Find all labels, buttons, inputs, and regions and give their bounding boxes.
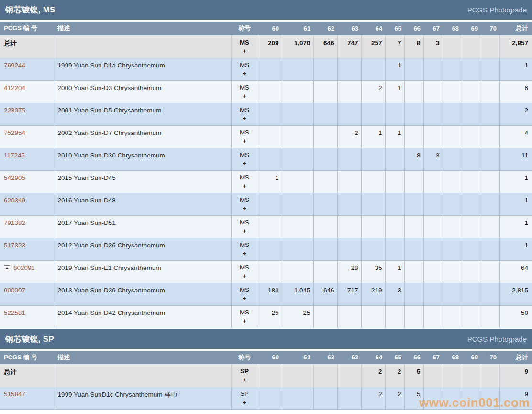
table-row: 7913822017 Yuan Sun-D51MS+1 [0,215,532,238]
photograde-link[interactable]: PCGS Photograde [467,6,527,14]
grade-65-count: 1 [385,125,404,148]
pcgs-number-link[interactable]: 802091 [13,264,35,271]
designation-plus: + [234,249,255,258]
table-head: PCGS 编 号描述称号6061626364656667686970总计 [0,351,532,365]
col-header-grade-70: 70 [481,22,499,35]
photograde-link[interactable]: PCGS Photograde [467,335,527,343]
col-header-grade-61: 61 [282,351,313,365]
pcgs-number-cell: 791382 [0,215,54,238]
table-row: 1172452010 Yuan Sun-D30 ChrysanthemumMS+… [0,148,532,170]
row-total: 1 [499,58,532,80]
grade-68-count [443,283,462,305]
pcgs-number-link[interactable]: 900007 [4,287,25,294]
grade-62-count [313,170,337,193]
grade-70-count [481,125,499,148]
col-header-grade-65: 65 [385,22,404,35]
designation-label: MS [234,218,255,227]
grade-69-count [462,148,481,170]
pcgs-number-link[interactable]: 752954 [4,129,25,136]
grade-60-count [258,148,282,170]
coin-description: 2019 Yuan Sun-E1 Chrysanthemum [54,260,231,283]
grade-70-count [481,35,499,58]
table-head: PCGS 编 号描述称号6061626364656667686970总计 [0,22,532,35]
table-row: 2230752001 Yuan Sun-D5 ChrysanthemumMS+2 [0,103,532,125]
grade-66-count [404,305,423,328]
grade-63-count [337,215,361,238]
grade-68-count [443,387,462,410]
designation-label: MS [234,83,255,92]
grade-64-count [361,215,385,238]
grade-60-count [258,193,282,215]
grade-62-count [313,193,337,215]
table-row: 7692441999 Yuan Sun-D1a ChrysanthemumMS+… [0,58,532,80]
col-header-grade-64: 64 [361,351,385,365]
grade-65-count: 2 [385,387,404,410]
designation: MS+ [231,260,258,283]
pcgs-number-link[interactable]: 522581 [4,309,25,316]
designation: MS+ [231,170,258,193]
column-header-row: PCGS 编 号描述称号6061626364656667686970总计 [0,351,532,365]
pcgs-number-link[interactable]: 620349 [4,197,25,204]
designation-plus: + [234,376,255,384]
table-row: 7529542002 Yuan Sun-D7 ChrysanthemumMS+2… [0,125,532,148]
designation-plus: + [234,398,255,407]
grade-65-count [385,215,404,238]
designation-label: MS [234,173,255,182]
coin-description: 2001 Yuan Sun-D5 Chrysanthemum [54,103,231,125]
grade-61-count [282,387,313,410]
col-header-grade-62: 62 [313,22,337,35]
coin-description: 2014 Yuan Sun-D42 Chrysanthemum [54,305,231,328]
row-total: 6 [499,80,532,103]
section-header: 钢芯镀镍, SP PCGS Photograde [0,329,532,351]
pcgs-number-cell: 900007 [0,283,54,305]
grade-63-count [337,58,361,80]
pcgs-number-link[interactable]: 223075 [4,107,25,114]
coin-description: 1999 Yuan Sun-D1a Chrysanthemum [54,58,231,80]
grade-67-count [423,238,443,260]
pcgs-number-link[interactable]: 412204 [4,84,25,91]
col-header-grade-60: 60 [258,351,282,365]
designation: MS+ [231,148,258,170]
grade-60-count [258,387,282,410]
pcgs-number-link[interactable]: 517323 [4,242,25,249]
grade-60-count [258,58,282,80]
designation-label: SP [234,390,255,398]
grade-64-count [361,170,385,193]
col-header-grade-69: 69 [462,22,481,35]
grade-62-count: 646 [313,283,337,305]
designation: MS+ [231,238,258,260]
column-header-row: PCGS 编 号描述称号6061626364656667686970总计 [0,22,532,35]
designation-label: MS [234,106,255,114]
designation-plus: + [234,272,255,280]
grade-63-count: 717 [337,283,361,305]
grade-67-count: 3 [423,148,443,170]
pcgs-number-link[interactable]: 791382 [4,219,25,226]
grade-64-count [361,193,385,215]
grade-62-count [313,387,337,410]
table-row: +8020912019 Yuan Sun-E1 ChrysanthemumMS+… [0,260,532,283]
row-total: 2,815 [499,283,532,305]
grade-69-count [462,58,481,80]
grade-61-count: 25 [282,305,313,328]
pcgs-number-link[interactable]: 769244 [4,62,25,69]
table-row: 9000072013 Yuan Sun-D39 ChrysanthemumMS+… [0,283,532,305]
population-table: PCGS 编 号描述称号6061626364656667686970总计 总计M… [0,22,532,328]
grade-69-count [462,170,481,193]
grade-65-count: 3 [385,283,404,305]
section-title: 钢芯镀镍, SP [5,334,54,345]
grade-63-count [337,387,361,410]
pcgs-number-link[interactable]: 117245 [4,152,25,159]
grade-64-count: 219 [361,283,385,305]
population-section-ms: 钢芯镀镍, MS PCGS Photograde PCGS 编 号描述称号606… [0,0,532,328]
table-row: 6203492016 Yuan Sun-D48MS+1 [0,193,532,215]
pcgs-number-link[interactable]: 542905 [4,174,25,181]
grade-69-count [462,283,481,305]
pcgs-number-link[interactable]: 515847 [4,391,25,398]
row-total: 50 [499,305,532,328]
col-header-total: 总计 [499,351,532,365]
expand-icon[interactable]: + [4,265,10,271]
pcgs-number-cell: 412204 [0,80,54,103]
grade-60-count: 25 [258,305,282,328]
grade-69-count [462,103,481,125]
grade-60-count: 209 [258,35,282,58]
